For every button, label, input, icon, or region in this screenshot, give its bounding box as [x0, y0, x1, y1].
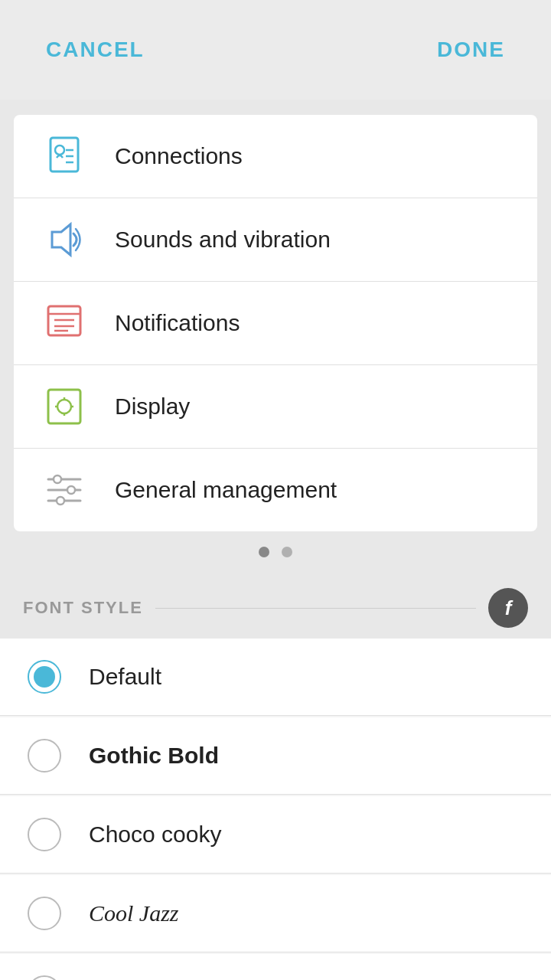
pagination: [0, 547, 551, 557]
cancel-button[interactable]: CANCEL: [46, 38, 145, 62]
font-default-label: Default: [89, 664, 161, 690]
connections-label: Connections: [115, 143, 243, 169]
settings-card: Connections Sounds and vibration Notific…: [14, 115, 537, 531]
display-label: Display: [115, 394, 190, 420]
svg-point-20: [67, 486, 75, 494]
notifications-icon: [44, 303, 84, 343]
svg-point-22: [57, 497, 64, 505]
done-button[interactable]: DONE: [437, 38, 505, 62]
svg-rect-11: [48, 390, 80, 423]
header: CANCEL DONE: [0, 0, 551, 100]
radio-cool-jazz[interactable]: [28, 897, 61, 930]
radio-gothic-bold[interactable]: [28, 739, 61, 773]
radio-choco-cooky[interactable]: [28, 818, 61, 851]
font-icon: f: [488, 588, 528, 628]
font-radio-list: Default Gothic Bold Choco cooky Cool Jaz…: [0, 639, 551, 980]
font-cool-jazz-label: Cool Jazz: [89, 900, 179, 926]
font-option-gothic-bold[interactable]: Gothic Bold: [0, 717, 551, 795]
settings-item-notifications[interactable]: Notifications: [14, 282, 537, 365]
settings-item-display[interactable]: Display: [14, 365, 537, 449]
svg-point-1: [55, 145, 64, 155]
font-option-rosemary[interactable]: Rosemary: [0, 954, 551, 980]
radio-rosemary[interactable]: [28, 975, 61, 980]
font-gothic-bold-label: Gothic Bold: [89, 743, 219, 769]
general-label: General management: [115, 477, 337, 503]
section-divider: [155, 608, 476, 609]
sound-icon: [44, 220, 84, 260]
dot-1[interactable]: [259, 547, 269, 557]
connections-icon: [44, 136, 84, 176]
notifications-label: Notifications: [115, 310, 240, 336]
settings-item-sounds[interactable]: Sounds and vibration: [14, 198, 537, 282]
settings-item-connections[interactable]: Connections: [14, 115, 537, 198]
svg-point-12: [57, 400, 71, 413]
font-option-cool-jazz[interactable]: Cool Jazz: [0, 875, 551, 952]
font-style-label: FONT STYLE: [23, 598, 143, 618]
dot-2[interactable]: [282, 547, 292, 557]
display-icon: [44, 387, 84, 426]
svg-marker-5: [52, 224, 70, 255]
font-option-default[interactable]: Default: [0, 639, 551, 716]
svg-rect-0: [51, 138, 78, 172]
sounds-label: Sounds and vibration: [115, 227, 331, 253]
radio-default[interactable]: [28, 660, 61, 694]
settings-item-general[interactable]: General management: [14, 449, 537, 531]
font-style-section-header: FONT STYLE f: [0, 573, 551, 639]
svg-point-18: [54, 475, 61, 483]
font-option-choco-cooky[interactable]: Choco cooky: [0, 796, 551, 874]
font-choco-cooky-label: Choco cooky: [89, 822, 221, 848]
general-icon: [44, 470, 84, 510]
